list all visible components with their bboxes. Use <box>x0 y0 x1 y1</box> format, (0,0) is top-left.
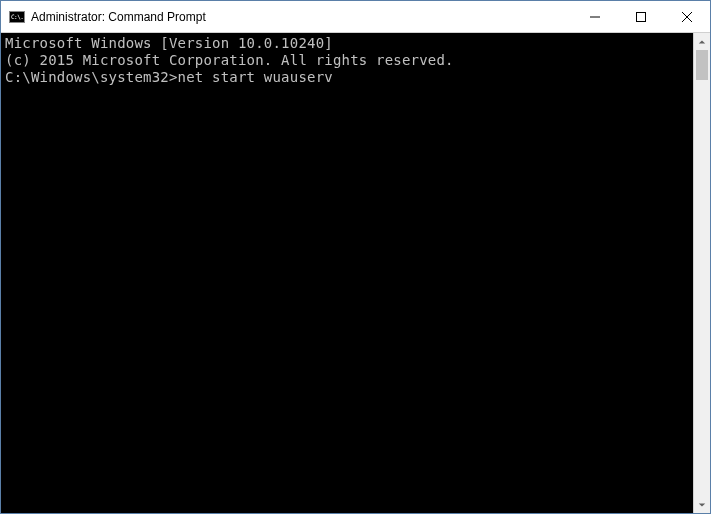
minimize-icon <box>590 12 600 22</box>
copyright-line: (c) 2015 Microsoft Corporation. All righ… <box>5 52 691 69</box>
scroll-down-button[interactable] <box>694 496 710 513</box>
close-icon <box>682 12 692 22</box>
command-prompt-window: C:\. Administrator: Command Prompt Micro… <box>0 0 711 514</box>
version-line: Microsoft Windows [Version 10.0.10240] <box>5 35 691 52</box>
terminal-output[interactable]: Microsoft Windows [Version 10.0.10240](c… <box>1 33 693 513</box>
maximize-icon <box>636 12 646 22</box>
maximize-button[interactable] <box>618 1 664 32</box>
scroll-track[interactable] <box>694 50 710 496</box>
window-controls <box>572 1 710 32</box>
prompt-path: C:\Windows\system32> <box>5 69 178 85</box>
titlebar[interactable]: C:\. Administrator: Command Prompt <box>1 1 710 33</box>
client-area: Microsoft Windows [Version 10.0.10240](c… <box>1 33 710 513</box>
chevron-up-icon <box>698 38 706 46</box>
cmd-icon: C:\. <box>9 10 25 24</box>
minimize-button[interactable] <box>572 1 618 32</box>
vertical-scrollbar[interactable] <box>693 33 710 513</box>
scroll-thumb[interactable] <box>696 50 708 80</box>
window-title: Administrator: Command Prompt <box>31 10 572 24</box>
prompt-line: C:\Windows\system32>net start wuauserv <box>5 69 691 86</box>
scroll-up-button[interactable] <box>694 33 710 50</box>
command-input[interactable]: net start wuauserv <box>178 69 333 85</box>
chevron-down-icon <box>698 501 706 509</box>
close-button[interactable] <box>664 1 710 32</box>
svg-rect-1 <box>637 12 646 21</box>
